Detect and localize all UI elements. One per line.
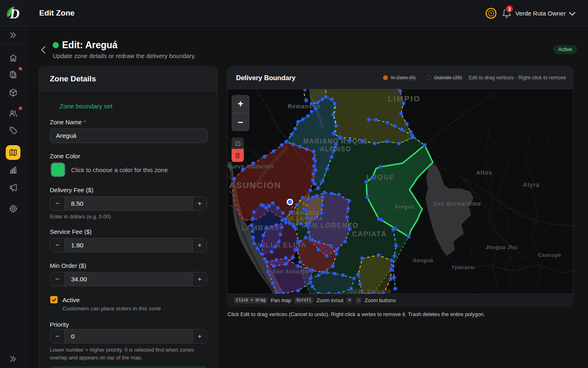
svg-text:Atyrá: Atyrá: [523, 182, 540, 188]
svg-text:?: ?: [490, 11, 492, 16]
svg-text:Jhugua Jhu: Jhugua Jhu: [486, 244, 517, 250]
svg-text:Nueva Asunción: Nueva Asunción: [227, 163, 274, 170]
svg-text:San Bernardino: San Bernardino: [433, 200, 481, 207]
svg-text:Caacupé: Caacupé: [538, 252, 561, 258]
svg-text:Ypacaraí: Ypacaraí: [451, 264, 475, 270]
svg-text:Altos: Altos: [476, 169, 492, 176]
svg-text:D: D: [9, 7, 20, 21]
svg-text:CAPIATÁ: CAPIATÁ: [352, 230, 387, 238]
svg-text:Itauguá: Itauguá: [413, 257, 433, 263]
svg-text:ASUNCIÓN: ASUNCIÓN: [229, 180, 281, 190]
svg-text:San Antonio: San Antonio: [272, 268, 308, 275]
svg-text:DE LA MORA: DE LA MORA: [287, 216, 323, 222]
svg-text:Areguá: Areguá: [394, 204, 414, 210]
